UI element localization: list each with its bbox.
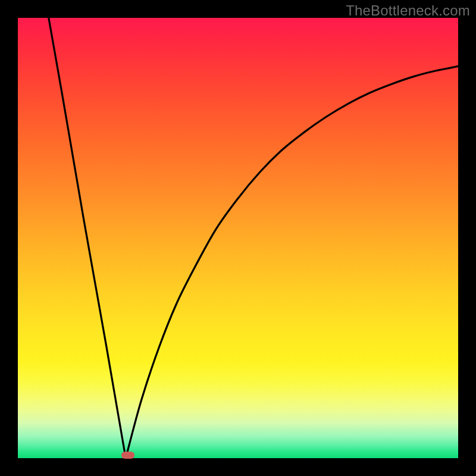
minimum-marker xyxy=(121,452,134,459)
watermark-text: TheBottleneck.com xyxy=(346,2,470,19)
bottleneck-curve xyxy=(18,18,458,458)
